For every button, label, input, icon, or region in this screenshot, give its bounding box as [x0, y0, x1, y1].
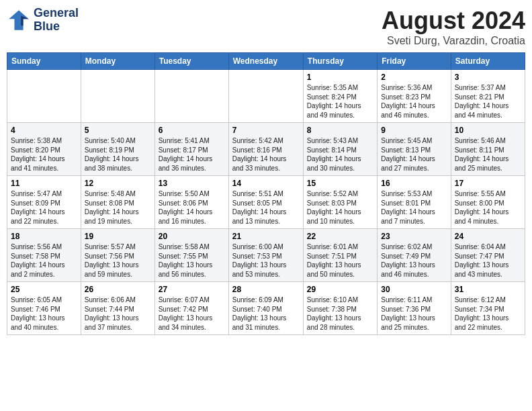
- day-number: 7: [232, 126, 300, 135]
- calendar-cell: 27Sunrise: 6:07 AM Sunset: 7:42 PM Dayli…: [154, 282, 228, 335]
- day-number: 17: [455, 179, 521, 188]
- calendar-cell: 9Sunrise: 5:45 AM Sunset: 8:13 PM Daylig…: [378, 123, 451, 176]
- day-number: 8: [307, 126, 373, 135]
- calendar-cell: 20Sunrise: 5:58 AM Sunset: 7:55 PM Dayli…: [154, 229, 228, 282]
- day-info: Sunrise: 6:11 AM Sunset: 7:36 PM Dayligh…: [381, 295, 447, 332]
- day-info: Sunrise: 6:12 AM Sunset: 7:34 PM Dayligh…: [455, 295, 521, 332]
- day-info: Sunrise: 5:40 AM Sunset: 8:19 PM Dayligh…: [85, 136, 151, 173]
- day-info: Sunrise: 6:09 AM Sunset: 7:40 PM Dayligh…: [232, 295, 300, 332]
- calendar-cell: 6Sunrise: 5:41 AM Sunset: 8:17 PM Daylig…: [154, 123, 228, 176]
- calendar-cell: 17Sunrise: 5:55 AM Sunset: 8:00 PM Dayli…: [451, 176, 525, 229]
- weekday-header-row: SundayMondayTuesdayWednesdayThursdayFrid…: [7, 53, 525, 70]
- calendar-cell: 23Sunrise: 6:02 AM Sunset: 7:49 PM Dayli…: [378, 229, 451, 282]
- page-header: General Blue August 2024 Sveti Durg, Var…: [7, 7, 525, 47]
- day-info: Sunrise: 5:52 AM Sunset: 8:03 PM Dayligh…: [307, 189, 373, 226]
- day-info: Sunrise: 5:43 AM Sunset: 8:14 PM Dayligh…: [307, 136, 373, 173]
- day-info: Sunrise: 5:56 AM Sunset: 7:58 PM Dayligh…: [11, 242, 77, 279]
- calendar-cell: 5Sunrise: 5:40 AM Sunset: 8:19 PM Daylig…: [81, 123, 154, 176]
- day-info: Sunrise: 5:42 AM Sunset: 8:16 PM Dayligh…: [232, 136, 300, 173]
- day-number: 14: [232, 179, 300, 188]
- day-info: Sunrise: 6:01 AM Sunset: 7:51 PM Dayligh…: [307, 242, 373, 279]
- calendar-cell: 29Sunrise: 6:10 AM Sunset: 7:38 PM Dayli…: [303, 282, 377, 335]
- day-number: 31: [455, 285, 521, 294]
- day-number: 9: [381, 126, 447, 135]
- calendar-cell: 18Sunrise: 5:56 AM Sunset: 7:58 PM Dayli…: [7, 229, 81, 282]
- calendar-cell: 4Sunrise: 5:38 AM Sunset: 8:20 PM Daylig…: [7, 123, 81, 176]
- day-number: 2: [381, 73, 447, 82]
- day-info: Sunrise: 5:41 AM Sunset: 8:17 PM Dayligh…: [159, 136, 225, 173]
- calendar-cell: 7Sunrise: 5:42 AM Sunset: 8:16 PM Daylig…: [228, 123, 303, 176]
- day-number: 11: [11, 179, 77, 188]
- calendar-week-2: 4Sunrise: 5:38 AM Sunset: 8:20 PM Daylig…: [7, 123, 525, 176]
- day-number: 10: [455, 126, 521, 135]
- day-info: Sunrise: 5:58 AM Sunset: 7:55 PM Dayligh…: [159, 242, 225, 279]
- calendar-week-1: 1Sunrise: 5:35 AM Sunset: 8:24 PM Daylig…: [7, 70, 525, 123]
- day-info: Sunrise: 5:35 AM Sunset: 8:24 PM Dayligh…: [307, 83, 373, 120]
- weekday-header-monday: Monday: [81, 53, 154, 70]
- day-info: Sunrise: 6:07 AM Sunset: 7:42 PM Dayligh…: [159, 295, 225, 332]
- weekday-header-thursday: Thursday: [303, 53, 377, 70]
- day-info: Sunrise: 5:51 AM Sunset: 8:05 PM Dayligh…: [232, 189, 300, 226]
- calendar-cell: 14Sunrise: 5:51 AM Sunset: 8:05 PM Dayli…: [228, 176, 303, 229]
- day-number: 25: [11, 285, 77, 294]
- day-info: Sunrise: 5:50 AM Sunset: 8:06 PM Dayligh…: [159, 189, 225, 226]
- calendar-cell: [81, 70, 154, 123]
- day-number: 18: [11, 232, 77, 241]
- calendar-cell: 25Sunrise: 6:05 AM Sunset: 7:46 PM Dayli…: [7, 282, 81, 335]
- weekday-header-saturday: Saturday: [451, 53, 525, 70]
- day-info: Sunrise: 5:37 AM Sunset: 8:21 PM Dayligh…: [455, 83, 521, 120]
- calendar-cell: 12Sunrise: 5:48 AM Sunset: 8:08 PM Dayli…: [81, 176, 154, 229]
- day-number: 21: [232, 232, 300, 241]
- location-title: Sveti Durg, Varazdin, Croatia: [382, 35, 525, 47]
- calendar-cell: 10Sunrise: 5:46 AM Sunset: 8:11 PM Dayli…: [451, 123, 525, 176]
- calendar-cell: 21Sunrise: 6:00 AM Sunset: 7:53 PM Dayli…: [228, 229, 303, 282]
- weekday-header-wednesday: Wednesday: [228, 53, 303, 70]
- calendar-cell: 16Sunrise: 5:53 AM Sunset: 8:01 PM Dayli…: [378, 176, 451, 229]
- calendar-cell: 28Sunrise: 6:09 AM Sunset: 7:40 PM Dayli…: [228, 282, 303, 335]
- calendar-cell: 2Sunrise: 5:36 AM Sunset: 8:23 PM Daylig…: [378, 70, 451, 123]
- calendar-week-3: 11Sunrise: 5:47 AM Sunset: 8:09 PM Dayli…: [7, 176, 525, 229]
- day-info: Sunrise: 6:04 AM Sunset: 7:47 PM Dayligh…: [455, 242, 521, 279]
- day-number: 26: [85, 285, 151, 294]
- day-number: 4: [11, 126, 77, 135]
- day-info: Sunrise: 5:47 AM Sunset: 8:09 PM Dayligh…: [11, 189, 77, 226]
- day-number: 19: [85, 232, 151, 241]
- day-number: 28: [232, 285, 300, 294]
- day-number: 1: [307, 73, 373, 82]
- calendar-cell: [154, 70, 228, 123]
- month-title: August 2024: [382, 7, 525, 35]
- calendar-cell: 15Sunrise: 5:52 AM Sunset: 8:03 PM Dayli…: [303, 176, 377, 229]
- calendar-cell: [7, 70, 81, 123]
- weekday-header-sunday: Sunday: [7, 53, 81, 70]
- day-number: 6: [159, 126, 225, 135]
- title-block: August 2024 Sveti Durg, Varazdin, Croati…: [382, 7, 525, 47]
- day-info: Sunrise: 5:53 AM Sunset: 8:01 PM Dayligh…: [381, 189, 447, 226]
- day-info: Sunrise: 5:46 AM Sunset: 8:11 PM Dayligh…: [455, 136, 521, 173]
- calendar-cell: [228, 70, 303, 123]
- day-info: Sunrise: 5:36 AM Sunset: 8:23 PM Dayligh…: [381, 83, 447, 120]
- calendar-cell: 24Sunrise: 6:04 AM Sunset: 7:47 PM Dayli…: [451, 229, 525, 282]
- weekday-header-friday: Friday: [378, 53, 451, 70]
- day-number: 15: [307, 179, 373, 188]
- day-number: 24: [455, 232, 521, 241]
- calendar-cell: 11Sunrise: 5:47 AM Sunset: 8:09 PM Dayli…: [7, 176, 81, 229]
- day-info: Sunrise: 6:00 AM Sunset: 7:53 PM Dayligh…: [232, 242, 300, 279]
- logo-icon: [7, 8, 31, 32]
- calendar-cell: 13Sunrise: 5:50 AM Sunset: 8:06 PM Dayli…: [154, 176, 228, 229]
- day-number: 12: [85, 179, 151, 188]
- day-number: 27: [159, 285, 225, 294]
- day-info: Sunrise: 5:38 AM Sunset: 8:20 PM Dayligh…: [11, 136, 77, 173]
- weekday-header-tuesday: Tuesday: [154, 53, 228, 70]
- calendar-body: 1Sunrise: 5:35 AM Sunset: 8:24 PM Daylig…: [7, 70, 525, 335]
- calendar-cell: 22Sunrise: 6:01 AM Sunset: 7:51 PM Dayli…: [303, 229, 377, 282]
- calendar-cell: 1Sunrise: 5:35 AM Sunset: 8:24 PM Daylig…: [303, 70, 377, 123]
- day-info: Sunrise: 5:55 AM Sunset: 8:00 PM Dayligh…: [455, 189, 521, 226]
- day-number: 3: [455, 73, 521, 82]
- day-number: 29: [307, 285, 373, 294]
- calendar-cell: 26Sunrise: 6:06 AM Sunset: 7:44 PM Dayli…: [81, 282, 154, 335]
- day-info: Sunrise: 6:02 AM Sunset: 7:49 PM Dayligh…: [381, 242, 447, 279]
- logo-text: General Blue: [34, 7, 79, 34]
- day-info: Sunrise: 5:45 AM Sunset: 8:13 PM Dayligh…: [381, 136, 447, 173]
- logo: General Blue: [7, 7, 79, 34]
- day-info: Sunrise: 5:57 AM Sunset: 7:56 PM Dayligh…: [85, 242, 151, 279]
